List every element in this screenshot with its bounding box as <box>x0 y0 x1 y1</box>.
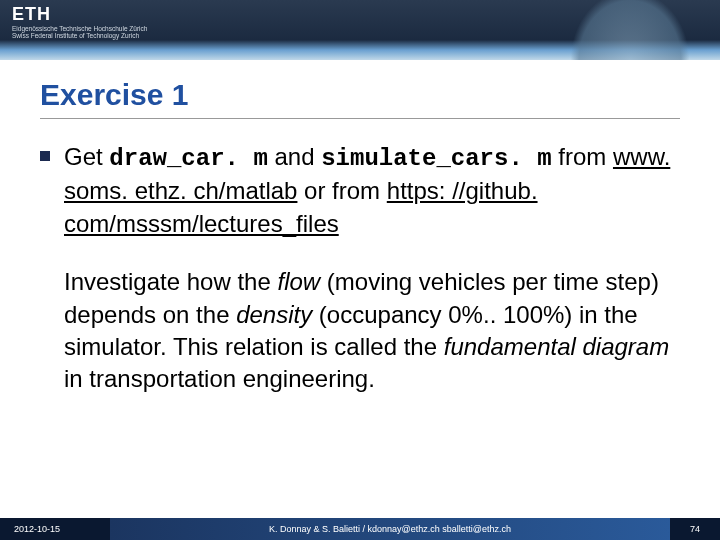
bullet-square-icon <box>40 151 50 161</box>
bullet-text: Get draw_car. m and simulate_cars. m fro… <box>64 141 680 240</box>
text-fragment: from <box>552 143 613 170</box>
text-fragment: Investigate how the <box>64 268 277 295</box>
slide-footer: 2012-10-15 K. Donnay & S. Balietti / kdo… <box>0 518 720 540</box>
paragraph: Investigate how the flow (moving vehicle… <box>64 266 680 396</box>
em-fundamental-diagram: fundamental diagram <box>444 333 669 360</box>
text-fragment: Get <box>64 143 109 170</box>
slide-header: ETH Eidgenössische Technische Hochschule… <box>0 0 720 60</box>
footer-authors: K. Donnay & S. Balietti / kdonnay@ethz.c… <box>110 518 670 540</box>
em-density: density <box>236 301 312 328</box>
title-divider <box>40 118 680 119</box>
footer-page-number: 74 <box>670 518 720 540</box>
header-top-bar: ETH Eidgenössische Technische Hochschule… <box>0 0 720 40</box>
slide-content: Exercise 1 Get draw_car. m and simulate_… <box>0 60 720 406</box>
footer-date: 2012-10-15 <box>0 518 110 540</box>
text-fragment: or from <box>297 177 386 204</box>
em-flow: flow <box>277 268 320 295</box>
dome-graphic <box>570 0 690 60</box>
code-filename-1: draw_car. m <box>109 145 267 172</box>
bullet-item: Get draw_car. m and simulate_cars. m fro… <box>40 141 680 240</box>
code-filename-2: simulate_cars. m <box>321 145 551 172</box>
text-fragment: in transportation engineering. <box>64 365 375 392</box>
text-fragment: and <box>268 143 321 170</box>
slide-title: Exercise 1 <box>40 78 680 112</box>
